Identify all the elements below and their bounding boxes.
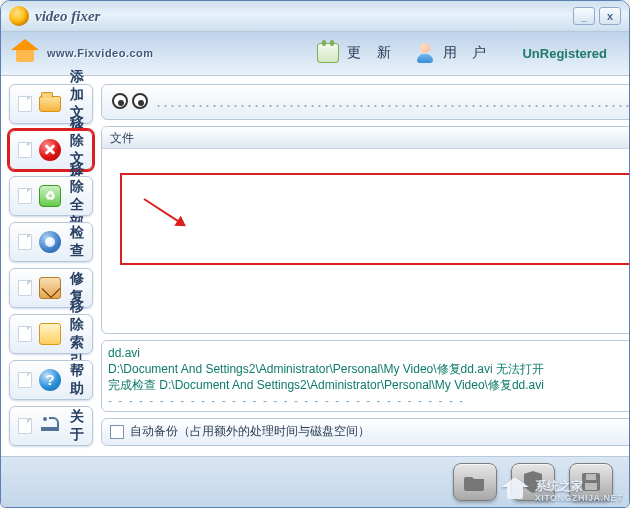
app-icon [9, 6, 29, 26]
body: 添加文件 移除文件 ♻ 移除全部 检 查 修 复 [1, 76, 629, 456]
user-button[interactable]: 用 户 [415, 43, 493, 63]
index-icon [39, 323, 61, 345]
help-icon: ? [39, 369, 61, 391]
autobackup-label: 自动备份（占用额外的处理时间与磁盘空间） [130, 423, 370, 440]
list-body[interactable] [102, 149, 630, 333]
user-icon [415, 43, 435, 63]
options-row: 自动备份（占用额外的处理时间与磁盘空间） [101, 418, 630, 446]
watermark-sub: XITONGZHIJA.NET [535, 493, 623, 503]
log-line: D:\Document And Settings2\Administrator\… [108, 361, 630, 377]
recycle-icon: ♻ [39, 185, 61, 207]
page-icon [18, 142, 32, 158]
tool-icon [39, 277, 61, 299]
list-header: 文件 状态 [102, 127, 630, 149]
about-icon [41, 427, 59, 431]
page-icon [18, 372, 32, 388]
eyes-icon [112, 93, 148, 111]
registration-status: UnRegistered [522, 46, 607, 61]
watermark-title: 系统之家 [535, 479, 583, 493]
annotation-rect [120, 173, 630, 265]
folder-open-icon [39, 96, 61, 112]
main-panel: ........................................… [101, 84, 630, 446]
check-label: 检 查 [70, 224, 84, 260]
log-line: 完成检查 D:\Document And Settings2\Administr… [108, 377, 630, 393]
page-icon [18, 234, 32, 250]
footer-open-button[interactable] [453, 463, 497, 501]
page-icon [18, 280, 32, 296]
watermark-icon [501, 479, 529, 503]
globe-icon [39, 231, 61, 253]
folder-icon [464, 473, 486, 491]
remove-all-button[interactable]: ♻ 移除全部 [9, 176, 93, 216]
log-panel[interactable]: dd.avi D:\Document And Settings2\Adminis… [101, 340, 630, 412]
minimize-button[interactable]: _ [573, 7, 595, 25]
calendar-icon [317, 43, 339, 63]
col-file[interactable]: 文件 [102, 127, 630, 148]
help-label: 帮 助 [70, 362, 84, 398]
update-label: 更 新 [347, 44, 397, 62]
help-button[interactable]: ? 帮 助 [9, 360, 93, 400]
page-icon [18, 326, 32, 342]
site-url: www.Fixvideo.com [47, 47, 154, 59]
progress-dots: ........................................… [156, 91, 630, 112]
header: www.Fixvideo.com 更 新 用 户 UnRegistered [1, 32, 629, 76]
home-icon [11, 41, 39, 65]
about-label: 关 于 [70, 408, 84, 444]
autobackup-checkbox[interactable] [110, 425, 124, 439]
watermark: 系统之家 XITONGZHIJA.NET [501, 478, 623, 503]
user-label: 用 户 [443, 44, 493, 62]
check-button[interactable]: 检 查 [9, 222, 93, 262]
footer: 系统之家 XITONGZHIJA.NET [1, 456, 629, 507]
progress-bar: ........................................… [101, 84, 630, 120]
app-title: video fixer [35, 8, 100, 25]
file-list[interactable]: 文件 状态 [101, 126, 630, 334]
log-line: dd.avi [108, 345, 630, 361]
sidebar: 添加文件 移除文件 ♻ 移除全部 检 查 修 复 [9, 84, 93, 446]
log-line: 全部文件已被检查 [108, 410, 630, 412]
app-window: video fixer _ x www.Fixvideo.com 更 新 用 户… [0, 0, 630, 508]
page-icon [18, 96, 32, 112]
log-separator: - - - - - - - - - - - - - - - - - - - - … [108, 393, 630, 409]
about-button[interactable]: 关 于 [9, 406, 93, 446]
remove-icon [39, 139, 61, 161]
update-button[interactable]: 更 新 [317, 43, 397, 63]
close-button[interactable]: x [599, 7, 621, 25]
titlebar: video fixer _ x [1, 1, 629, 32]
page-icon [18, 418, 32, 434]
page-icon [18, 188, 32, 204]
remove-index-button[interactable]: 移除索引 [9, 314, 93, 354]
